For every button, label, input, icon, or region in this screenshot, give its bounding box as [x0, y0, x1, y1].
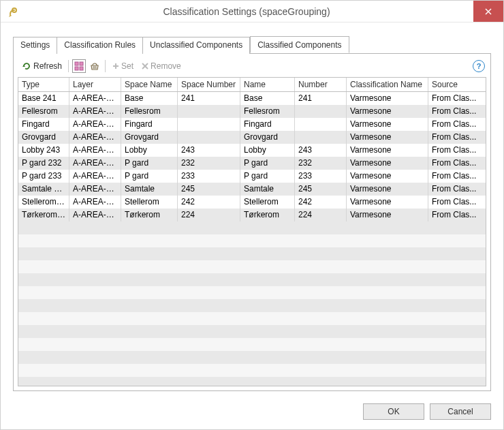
- svg-rect-8: [80, 67, 83, 70]
- tab-classified-components[interactable]: Classified Components: [250, 36, 349, 53]
- refresh-button[interactable]: Refresh: [19, 60, 65, 72]
- col-layer[interactable]: Layer: [69, 78, 121, 91]
- tab-classification-rules[interactable]: Classification Rules: [57, 37, 143, 54]
- grid-icon: [74, 61, 84, 71]
- table-cell: Varmesone: [347, 131, 428, 144]
- plus-icon: [112, 62, 120, 70]
- table-row[interactable]: P gard 233A-AREA-_...P gard233P gard233V…: [18, 170, 486, 183]
- empty-row: [18, 351, 486, 364]
- table-row[interactable]: Base 241A-AREA-_...Base241Base241Varmeso…: [18, 92, 486, 105]
- svg-marker-1: [9, 14, 12, 17]
- table-row[interactable]: P gard 232A-AREA-_...P gard232P gard232V…: [18, 157, 486, 170]
- col-space-name[interactable]: Space Name: [121, 78, 178, 91]
- table-cell: [295, 118, 347, 131]
- ok-button[interactable]: OK: [363, 403, 424, 420]
- table-cell: A-AREA-_...: [69, 170, 121, 183]
- table-cell: P gard 232: [18, 157, 69, 170]
- tab-panel: Refresh: [13, 54, 491, 391]
- table-row[interactable]: Lobby 243A-AREA-_...Lobby243Lobby243Varm…: [18, 144, 486, 157]
- table-cell: A-AREA-_...: [69, 183, 121, 196]
- empty-row: [18, 247, 486, 260]
- table-cell: 233: [295, 170, 347, 183]
- close-button[interactable]: [473, 1, 503, 22]
- empty-row: [18, 286, 486, 299]
- table-cell: 241: [295, 92, 347, 105]
- table-cell: Lobby: [240, 144, 295, 157]
- table-row[interactable]: Samtale 245A-AREA-_...Samtale245Samtale2…: [18, 183, 486, 196]
- table-cell: Varmesone: [347, 209, 428, 221]
- table-cell: Samtale 245: [18, 183, 69, 196]
- table-row[interactable]: Stellerom ...A-AREA-_...Stellerom242Stel…: [18, 196, 486, 209]
- view-grid-button[interactable]: [72, 59, 86, 73]
- help-button[interactable]: ?: [473, 60, 485, 72]
- table-cell: A-AREA-_...: [69, 118, 121, 131]
- table-cell: A-AREA-_...: [69, 209, 121, 221]
- set-button: Set: [109, 60, 136, 72]
- x-icon: [141, 62, 149, 70]
- empty-row: [18, 338, 486, 351]
- col-space-number[interactable]: Space Number: [178, 78, 240, 91]
- svg-rect-7: [75, 67, 78, 70]
- table-cell: Samtale: [121, 183, 178, 196]
- table-cell: Lobby: [121, 144, 178, 157]
- table-cell: From Clas...: [428, 105, 486, 118]
- table-cell: P gard: [240, 170, 295, 183]
- svg-marker-4: [22, 65, 25, 67]
- table-cell: 245: [178, 183, 240, 196]
- table-cell: From Clas...: [428, 183, 486, 196]
- col-number[interactable]: Number: [295, 78, 347, 91]
- table-cell: A-AREA-_...: [69, 105, 121, 118]
- table-cell: Varmesone: [347, 118, 428, 131]
- empty-row: [18, 299, 486, 312]
- table-cell: 224: [295, 209, 347, 221]
- table-cell: P gard: [240, 157, 295, 170]
- export-button[interactable]: [88, 59, 101, 73]
- empty-row: [18, 260, 486, 273]
- table-cell: P gard: [121, 157, 178, 170]
- table-cell: Grovgard: [18, 131, 69, 144]
- col-type[interactable]: Type: [18, 78, 69, 91]
- cancel-button[interactable]: Cancel: [430, 403, 491, 420]
- table-row[interactable]: Tørkerom ...A-AREA-_...Tørkerom224Tørker…: [18, 209, 486, 221]
- table-cell: 233: [178, 170, 240, 183]
- table-cell: Base: [240, 92, 295, 105]
- grid-body[interactable]: Base 241A-AREA-_...Base241Base241Varmeso…: [18, 92, 486, 386]
- table-cell: 245: [295, 183, 347, 196]
- table-cell: From Clas...: [428, 170, 486, 183]
- table-cell: From Clas...: [428, 131, 486, 144]
- table-cell: Samtale: [240, 183, 295, 196]
- table-row[interactable]: GrovgardA-AREA-_...GrovgardGrovgardVarme…: [18, 131, 486, 144]
- col-name[interactable]: Name: [240, 78, 295, 91]
- table-row[interactable]: FellesromA-AREA-_...FellesromFellesromVa…: [18, 105, 486, 118]
- table-cell: [295, 105, 347, 118]
- empty-row: [18, 312, 486, 325]
- empty-row: [18, 221, 486, 234]
- table-cell: P gard: [121, 170, 178, 183]
- table-cell: Varmesone: [347, 92, 428, 105]
- tab-bar: Settings Classification Rules Unclassifi…: [13, 36, 491, 54]
- window-title: Classification Settings (spaceGrouping): [20, 6, 473, 17]
- col-source[interactable]: Source: [428, 78, 486, 91]
- tab-unclassified-components[interactable]: Unclassified Components: [143, 37, 250, 54]
- table-cell: Stellerom ...: [18, 196, 69, 209]
- table-cell: Tørkerom: [121, 209, 178, 221]
- table-cell: Tørkerom ...: [18, 209, 69, 221]
- table-cell: Varmesone: [347, 105, 428, 118]
- svg-rect-5: [75, 62, 78, 65]
- remove-label: Remove: [151, 61, 181, 71]
- table-cell: [178, 118, 240, 131]
- remove-button: Remove: [138, 60, 184, 72]
- table-cell: A-AREA-_...: [69, 144, 121, 157]
- svg-rect-6: [80, 62, 83, 65]
- data-grid[interactable]: Type Layer Space Name Space Number Name …: [18, 77, 486, 386]
- col-classification-name[interactable]: Classification Name: [347, 78, 428, 91]
- table-row[interactable]: FingardA-AREA-_...FingardFingardVarmeson…: [18, 118, 486, 131]
- separator: [68, 60, 69, 72]
- set-label: Set: [121, 61, 133, 71]
- table-cell: 232: [178, 157, 240, 170]
- table-cell: 242: [295, 196, 347, 209]
- table-cell: Fingard: [240, 118, 295, 131]
- tab-settings[interactable]: Settings: [13, 37, 57, 54]
- titlebar[interactable]: Classification Settings (spaceGrouping): [1, 1, 503, 22]
- table-cell: Varmesone: [347, 157, 428, 170]
